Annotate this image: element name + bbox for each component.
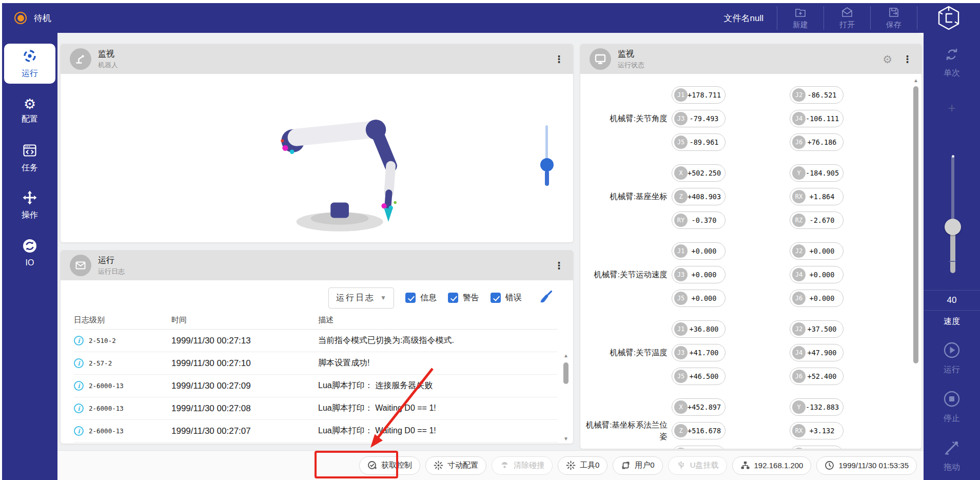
drag-mode-button[interactable]: 拖动: [924, 438, 980, 473]
value-key-badge: J2: [792, 322, 806, 336]
single-cycle-button[interactable]: 单次: [924, 46, 980, 79]
log-table: 日志级别 时间 描述 i 2-510-2 1999/11/30 00:27:13…: [74, 311, 558, 443]
log-scrollbar: ▲ ▼: [562, 353, 570, 441]
log-level-cell: i 2-6000-13: [74, 381, 171, 391]
value-key-badge: J4: [792, 346, 806, 359]
drag-robot-icon: [943, 438, 961, 459]
mail-icon: [70, 255, 91, 276]
value-pill: J6 +52.400: [790, 368, 844, 385]
kebab-menu-icon[interactable]: ⋮: [903, 54, 912, 64]
sidebar-item-io[interactable]: IO: [4, 233, 55, 273]
log-level-cell: i 2-6000-13: [74, 426, 171, 436]
clock-icon: [825, 460, 834, 470]
button-label: 用户0: [635, 460, 654, 470]
speed-plus-button[interactable]: +: [924, 101, 980, 114]
tool-icon: [566, 460, 576, 470]
network-ip-button[interactable]: 192.168.1.200: [732, 456, 812, 475]
slider-track-lower[interactable]: [545, 170, 549, 186]
run-target-icon: [22, 48, 37, 66]
slider-thumb[interactable]: [945, 219, 961, 235]
sidebar-item-operate[interactable]: 操作: [4, 185, 55, 225]
log-description: Lua脚本打印： Waiting D0 == 1!: [318, 426, 558, 436]
value-readout: +52.400: [806, 372, 838, 380]
log-description: Lua脚本打印： Waiting D0 == 1!: [318, 403, 558, 414]
checkbox[interactable]: [491, 293, 501, 303]
sidebar-item-label: 运行: [22, 68, 38, 79]
scrollbar-track[interactable]: [912, 83, 919, 449]
log-time: 1999/11/30 00:27:08: [171, 404, 318, 414]
log-code: 2-6000-13: [89, 427, 124, 435]
status-group: 机械臂:基坐标系法兰位姿 X +452.897 Y -132.883: [580, 398, 910, 449]
new-file-button[interactable]: 新建: [777, 3, 824, 33]
log-description: 脚本设置成功!: [318, 358, 558, 369]
gear-icon[interactable]: ⚙: [883, 54, 892, 65]
io-cycle-icon: [22, 238, 37, 256]
status-group: 机械臂:基座坐标 X +502.250 Y -184.905: [580, 164, 910, 229]
usb-mount-icon: [676, 460, 686, 470]
left-sidebar: 运行 ⚙ 配置 任务 操作 IO: [2, 33, 57, 480]
value-pill: J5 +46.500: [672, 368, 726, 385]
checkbox[interactable]: [405, 293, 416, 303]
scrollbar-track[interactable]: [562, 358, 570, 436]
robot-3d-render: [230, 79, 435, 238]
robot-3d-view[interactable]: [61, 74, 573, 243]
user-frame-button[interactable]: 用户0: [613, 456, 662, 475]
status-group-label: 机械臂:基坐标系法兰位姿: [580, 419, 668, 441]
panel-subtitle: 运行日志: [98, 267, 125, 276]
sidebar-item-run[interactable]: 运行: [4, 44, 55, 84]
value-readout: +0.000: [806, 247, 838, 255]
status-group-values: J1 +178.711 J2 -86.521 J3 -79.493: [672, 86, 844, 151]
col-header-time: 时间: [171, 315, 318, 325]
system-clock-button[interactable]: 1999/11/30 01:53:35: [816, 456, 917, 475]
value-readout: +47.900: [806, 349, 838, 357]
checkbox[interactable]: [448, 293, 458, 303]
scroll-up-icon[interactable]: ▲: [563, 353, 569, 358]
brand-cube-icon: [917, 5, 980, 31]
scroll-up-icon[interactable]: ▲: [913, 78, 918, 83]
value-readout: +0.000: [688, 294, 720, 302]
tool-frame-button[interactable]: 工具0: [558, 456, 607, 475]
scroll-down-icon[interactable]: ▼: [563, 436, 569, 441]
open-file-button[interactable]: 打开: [824, 3, 870, 33]
value-key-badge: J5: [674, 370, 688, 383]
value-key-badge: J4: [792, 112, 806, 125]
slider-track-cap: [952, 155, 954, 158]
info-icon: i: [74, 426, 84, 436]
usb-mount-button[interactable]: U盘挂载: [668, 456, 727, 475]
speed-value: 40: [924, 290, 980, 311]
slider-track-upper[interactable]: [545, 125, 548, 163]
clear-collision-button[interactable]: 清除碰撞: [492, 456, 553, 475]
scrollbar-thumb[interactable]: [563, 362, 569, 384]
kebab-menu-icon[interactable]: ⋮: [554, 261, 564, 271]
acquire-control-button[interactable]: 获取控制: [359, 456, 420, 475]
stop-button[interactable]: 停止: [924, 390, 980, 424]
sidebar-item-config[interactable]: ⚙ 配置: [4, 91, 55, 131]
button-label: 192.168.1.200: [754, 461, 803, 470]
save-button[interactable]: 保存: [871, 3, 917, 33]
slider-thumb[interactable]: [540, 158, 554, 171]
status-scrollbar: ▲ ▼: [912, 78, 919, 449]
value-readout: +3.132: [806, 427, 838, 435]
jog-config-button[interactable]: 寸动配置: [425, 456, 486, 475]
slider-track-upper[interactable]: [951, 156, 954, 222]
value-readout: +36.800: [688, 325, 720, 333]
button-label: 1999/11/30 01:53:35: [838, 461, 909, 470]
run-button[interactable]: 运行: [924, 341, 980, 375]
log-panel-titles: 运行 运行日志: [98, 255, 125, 276]
kebab-menu-icon[interactable]: ⋮: [554, 54, 564, 64]
log-filter-item: 信息: [405, 293, 437, 303]
status-group-values: J1 +36.800 J2 +37.500 J3 +41.700: [672, 320, 844, 385]
value-pill: J3 +0.000: [672, 266, 726, 283]
clear-logs-broom-icon[interactable]: [538, 289, 554, 306]
log-filter-item: 错误: [491, 293, 522, 303]
value-key-badge: J4: [792, 268, 806, 281]
value-pill: RZ -2.670: [790, 212, 844, 229]
user-frame-icon: [621, 460, 631, 470]
value-key-badge: RY: [674, 214, 688, 227]
save-label: 保存: [886, 20, 901, 30]
log-type-dropdown[interactable]: 运行日志 ▼: [328, 287, 394, 309]
scrollbar-thumb[interactable]: [913, 86, 918, 363]
sidebar-item-task[interactable]: 任务: [4, 138, 55, 178]
speed-minus-button[interactable]: −: [924, 255, 980, 268]
config-gear-icon: ⚙: [24, 98, 36, 111]
